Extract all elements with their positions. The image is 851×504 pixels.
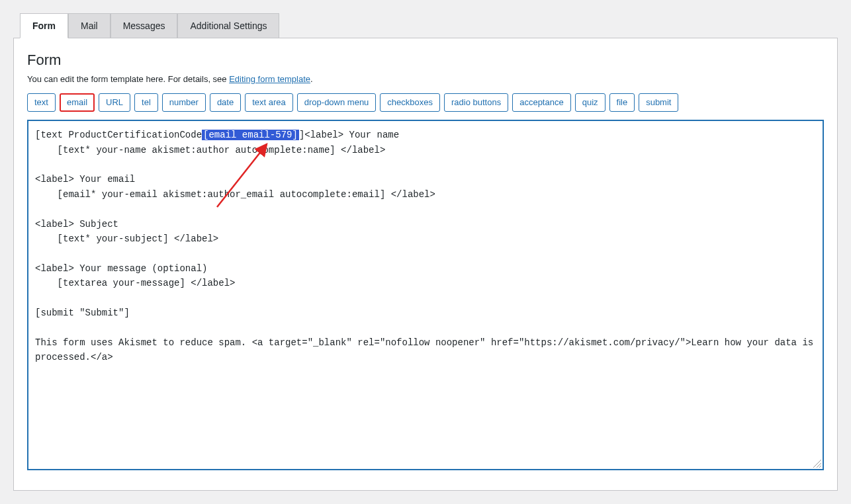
tag-button-text[interactable]: text [27,93,56,112]
tag-button-textarea[interactable]: text area [245,93,293,112]
resize-handle-icon[interactable] [812,458,821,468]
tab-mail[interactable]: Mail [68,13,111,38]
svg-line-4 [819,466,821,468]
tag-button-radio[interactable]: radio buttons [444,93,508,112]
tag-button-file[interactable]: file [609,93,635,112]
tag-button-number[interactable]: number [162,93,206,112]
panel-inner: Form You can edit the form template here… [14,38,837,490]
form-template-editor[interactable]: [text ProductCertificationCode[email ema… [27,120,824,470]
tag-button-dropdown[interactable]: drop-down menu [297,93,377,112]
page-title: Form [27,52,824,69]
code-part2: ]<label> Your name [text* your-name akis… [35,130,819,362]
tag-button-email[interactable]: email [60,93,95,112]
tabs-container: Form Mail Messages Additional Settings [20,13,838,38]
tab-messages[interactable]: Messages [111,13,178,38]
tag-button-date[interactable]: date [210,93,241,112]
code-part1: [text ProductCertificationCode [35,130,202,140]
tab-additional-settings[interactable]: Additional Settings [177,13,279,38]
tag-button-submit[interactable]: submit [639,93,678,112]
tab-panel: Form You can edit the form template here… [13,38,838,491]
tag-button-url[interactable]: URL [99,93,130,112]
editing-form-template-link[interactable]: Editing form template [229,74,310,84]
code-highlight-selection: [email email-579] [202,130,299,140]
tag-button-quiz[interactable]: quiz [575,93,605,112]
tab-form[interactable]: Form [20,13,68,38]
description: You can edit the form template here. For… [27,74,824,84]
description-prefix: You can edit the form template here. For… [27,74,229,84]
tag-button-checkboxes[interactable]: checkboxes [380,93,440,112]
tag-buttons-container: text email URL tel number date text area… [27,93,824,112]
tag-button-tel[interactable]: tel [134,93,158,112]
tag-button-acceptance[interactable]: acceptance [512,93,571,112]
description-suffix: . [310,74,313,84]
